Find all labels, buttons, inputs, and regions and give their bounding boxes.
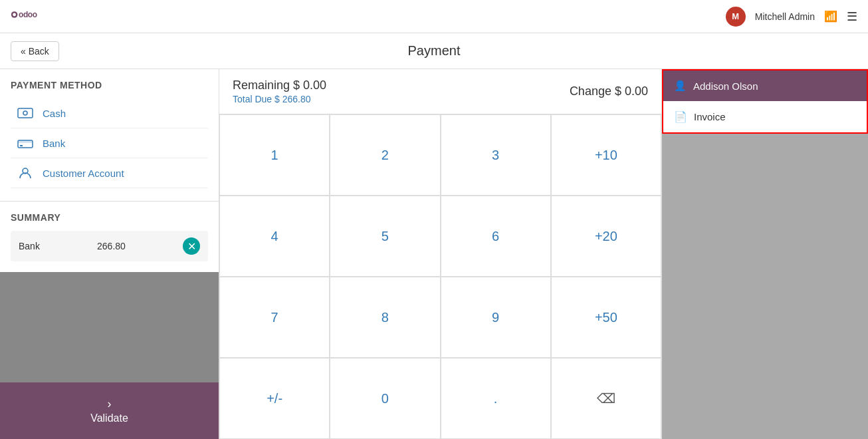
validate-chevron: ›	[15, 397, 204, 411]
cash-icon	[16, 106, 35, 120]
svg-point-1	[13, 13, 16, 16]
main-layout: Payment method Cash	[0, 69, 868, 439]
svg-rect-7	[20, 145, 23, 146]
remaining-label: Remaining	[233, 78, 290, 92]
page-title: Payment	[408, 43, 461, 59]
numpad-key-0[interactable]: 0	[330, 358, 440, 439]
remaining-value: $ 0.00	[293, 78, 326, 92]
numpad-key-9[interactable]: 9	[441, 277, 551, 358]
svg-text:odoo: odoo	[19, 9, 37, 19]
topbar: odoo M Mitchell Admin 📶 ☰	[0, 0, 868, 33]
svg-rect-6	[18, 140, 33, 143]
change-value: $ 0.00	[615, 84, 648, 98]
payment-option-bank[interactable]: Bank	[11, 128, 208, 158]
menu-icon[interactable]: ☰	[847, 9, 857, 24]
payment-option-customer-account[interactable]: Customer Account	[11, 158, 208, 188]
remaining-info: Remaining $ 0.00 Total Due $ 266.80	[233, 78, 326, 104]
validate-label: Validate	[90, 412, 128, 424]
username-label: Mitchell Admin	[755, 11, 815, 22]
svg-point-4	[23, 111, 27, 115]
numpad-key-8[interactable]: 8	[330, 277, 440, 358]
numpad-key-3[interactable]: 3	[441, 114, 551, 196]
invoice-label: Invoice	[694, 111, 726, 122]
change-label: Change	[570, 84, 611, 98]
customer-account-label: Customer Account	[43, 168, 124, 179]
numpad-key-backspace[interactable]: ⌫	[551, 358, 661, 439]
odoo-logo: odoo	[11, 7, 43, 27]
payment-info-bar: Remaining $ 0.00 Total Due $ 266.80 Chan…	[219, 69, 661, 114]
change-display: Change $ 0.00	[570, 84, 648, 98]
numpad: 1 2 3 +10 4 5 6 +20 7 8 9 +50 +/- 0 . ⌫	[219, 114, 661, 439]
subbar: « Back Payment	[0, 33, 868, 69]
bank-icon	[16, 136, 35, 150]
summary-section: Summary Bank 266.80 ✕	[0, 201, 219, 272]
numpad-key-5[interactable]: 5	[330, 196, 440, 277]
back-button[interactable]: « Back	[11, 41, 59, 61]
svg-rect-3	[18, 108, 33, 118]
summary-bank-label: Bank	[19, 241, 40, 251]
total-due-value: $ 266.80	[274, 94, 311, 104]
bank-label: Bank	[43, 138, 65, 149]
numpad-key-plus50[interactable]: +50	[551, 277, 661, 358]
left-panel: Payment method Cash	[0, 69, 219, 439]
summary-bank-amount: 266.80	[97, 241, 126, 251]
wifi-icon: 📶	[824, 10, 837, 23]
avatar: M	[726, 7, 746, 27]
remaining-display: Remaining $ 0.00	[233, 78, 326, 92]
remove-bank-button[interactable]: ✕	[183, 237, 200, 255]
summary-row: Bank 266.80 ✕	[11, 231, 208, 261]
right-panel: 👤 Addison Olson 📄 Invoice	[662, 69, 868, 439]
total-due-display: Total Due $ 266.80	[233, 94, 326, 104]
numpad-key-4[interactable]: 4	[219, 196, 330, 277]
numpad-key-7[interactable]: 7	[219, 277, 330, 358]
validate-button[interactable]: › Validate	[0, 382, 219, 439]
center-panel: Remaining $ 0.00 Total Due $ 266.80 Chan…	[219, 69, 662, 439]
payment-option-cash[interactable]: Cash	[11, 98, 208, 128]
cash-label: Cash	[43, 108, 66, 119]
invoice-icon: 📄	[674, 110, 687, 123]
total-due-label: Total Due	[233, 94, 272, 104]
numpad-key-plus20[interactable]: +20	[551, 196, 661, 277]
numpad-key-plus10[interactable]: +10	[551, 114, 661, 196]
customer-name: Addison Olson	[693, 80, 758, 92]
customer-person-icon: 👤	[674, 80, 687, 92]
invoice-option[interactable]: 📄 Invoice	[662, 101, 868, 134]
customer-card[interactable]: 👤 Addison Olson	[662, 69, 868, 101]
numpad-key-plusminus[interactable]: +/-	[219, 358, 330, 439]
payment-method-title: Payment method	[11, 80, 208, 90]
numpad-key-2[interactable]: 2	[330, 114, 440, 196]
numpad-key-6[interactable]: 6	[441, 196, 551, 277]
topbar-right: M Mitchell Admin 📶 ☰	[726, 7, 857, 27]
payment-method-section: Payment method Cash	[0, 69, 219, 201]
customer-account-icon	[16, 166, 35, 180]
numpad-key-dot[interactable]: .	[441, 358, 551, 439]
numpad-key-1[interactable]: 1	[219, 114, 330, 196]
gray-spacer	[0, 272, 219, 382]
summary-title: Summary	[11, 212, 208, 223]
